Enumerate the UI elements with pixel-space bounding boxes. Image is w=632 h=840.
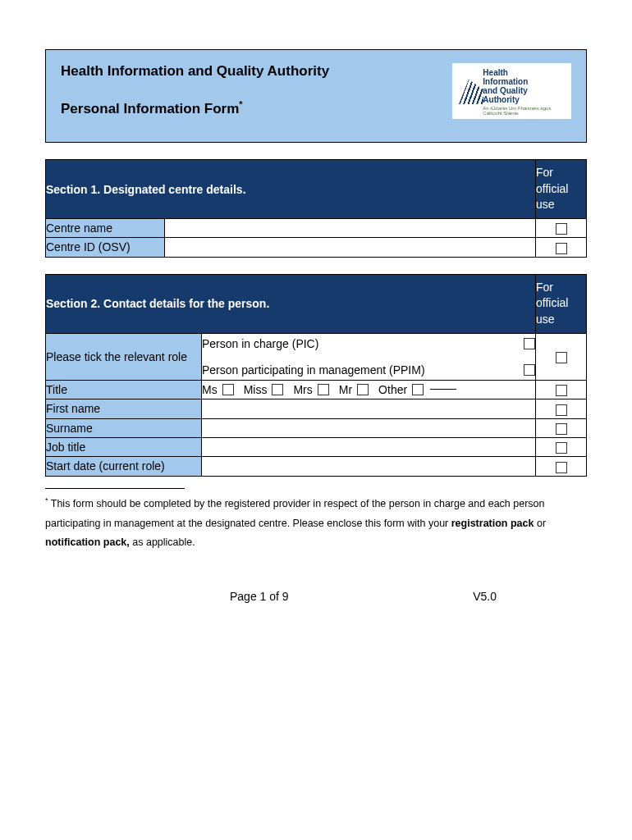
surname-official-check[interactable] <box>536 418 587 437</box>
title-mr-checkbox[interactable] <box>357 384 369 395</box>
footnote-text: * This form should be completed by the r… <box>45 494 587 553</box>
section-1-title: Section 1. Designated centre details. <box>46 160 536 219</box>
role-label: Please tick the relevant role <box>46 333 202 380</box>
start-date-official-check[interactable] <box>536 457 587 476</box>
section-1-table: Section 1. Designated centre details. Fo… <box>45 159 587 258</box>
official-use-header: For official use <box>536 160 587 219</box>
first-name-label: First name <box>46 399 202 418</box>
title-mrs-checkbox[interactable] <box>318 384 329 395</box>
start-date-input[interactable] <box>202 457 536 476</box>
official-use-header: For official use <box>536 274 587 333</box>
title-ms-checkbox[interactable] <box>222 384 234 395</box>
section-2-table: Section 2. Contact details for the perso… <box>45 274 587 477</box>
table-row: First name <box>46 399 587 418</box>
header-text: Health Information and Quality Authority… <box>61 63 329 117</box>
table-row: Title Ms Miss Mrs Mr Other <box>46 380 587 399</box>
centre-name-input[interactable] <box>165 219 536 238</box>
role-options: Person in charge (PIC) Person participat… <box>202 333 536 380</box>
start-date-label: Start date (current role) <box>46 457 202 476</box>
title-miss-checkbox[interactable] <box>272 384 283 395</box>
logo-text: Health Information and Quality Authority… <box>483 68 565 116</box>
form-title: Personal Information Form* <box>61 99 329 117</box>
table-row: Start date (current role) <box>46 457 587 476</box>
form-header: Health Information and Quality Authority… <box>45 49 587 143</box>
job-title-input[interactable] <box>202 437 536 456</box>
footnote-marker: * <box>239 99 242 109</box>
org-title: Health Information and Quality Authority <box>61 63 329 80</box>
first-name-official-check[interactable] <box>536 399 587 418</box>
surname-label: Surname <box>46 418 202 437</box>
section-2-title: Section 2. Contact details for the perso… <box>46 274 536 333</box>
title-other-input[interactable] <box>430 389 456 390</box>
role-pic-checkbox[interactable] <box>524 338 535 349</box>
surname-input[interactable] <box>202 418 536 437</box>
centre-name-label: Centre name <box>46 219 165 238</box>
page-footer: Page 1 of 9 V5.0 <box>45 590 587 603</box>
role-pic-label: Person in charge (PIC) <box>202 337 318 350</box>
job-title-official-check[interactable] <box>536 437 587 456</box>
hiqa-logo: Health Information and Quality Authority… <box>452 63 571 119</box>
version-number: V5.0 <box>473 590 497 603</box>
table-row: Please tick the relevant role Person in … <box>46 333 587 380</box>
footnote-separator <box>45 488 185 489</box>
centre-id-label: Centre ID (OSV) <box>46 238 165 257</box>
centre-name-official-check[interactable] <box>536 219 587 238</box>
title-official-check[interactable] <box>536 380 587 399</box>
page-number: Page 1 of 9 <box>230 590 289 603</box>
title-options: Ms Miss Mrs Mr Other <box>202 380 536 399</box>
centre-id-official-check[interactable] <box>536 238 587 257</box>
role-ppim-label: Person participating in management (PPIM… <box>202 363 425 377</box>
title-other-checkbox[interactable] <box>412 384 424 395</box>
title-label: Title <box>46 380 202 399</box>
role-official-check[interactable] <box>536 333 587 380</box>
first-name-input[interactable] <box>202 399 536 418</box>
table-row: Surname <box>46 418 587 437</box>
centre-id-input[interactable] <box>165 238 536 257</box>
table-row: Centre ID (OSV) <box>46 238 587 257</box>
table-row: Centre name <box>46 219 587 238</box>
logo-mark-icon <box>459 68 478 104</box>
table-row: Job title <box>46 437 587 456</box>
role-ppim-checkbox[interactable] <box>524 364 535 376</box>
job-title-label: Job title <box>46 437 202 456</box>
